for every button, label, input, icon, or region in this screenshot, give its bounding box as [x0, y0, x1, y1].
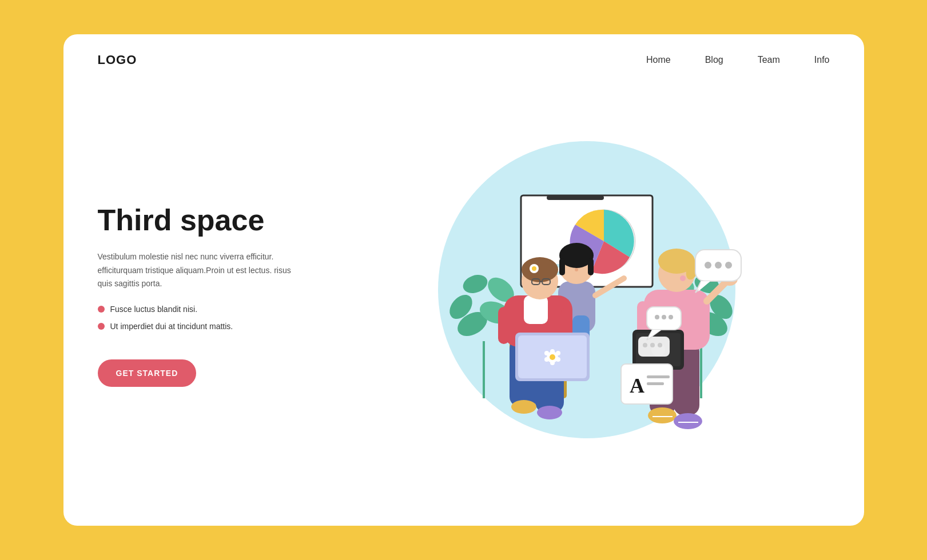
illustration-section: A: [344, 113, 830, 467]
svg-point-86: [705, 262, 711, 269]
letter-card: A: [621, 364, 673, 404]
header: LOGO Home Blog Team Info: [63, 34, 864, 77]
navigation: Home Blog Team Info: [646, 55, 830, 65]
svg-point-81: [650, 343, 655, 347]
svg-rect-15: [547, 195, 604, 200]
nav-blog[interactable]: Blog: [705, 55, 723, 65]
svg-point-43: [532, 266, 536, 271]
svg-point-94: [669, 315, 673, 319]
bullet-list: Fusce luctus blandit nisi. Ut imperdiet …: [98, 305, 344, 339]
bullet-item-1: Fusce luctus blandit nisi.: [98, 305, 344, 314]
svg-point-63: [648, 407, 677, 423]
svg-point-37: [537, 406, 562, 419]
svg-point-59: [544, 357, 549, 362]
svg-point-80: [643, 343, 647, 347]
svg-rect-24: [559, 258, 565, 275]
svg-point-54: [550, 354, 555, 360]
svg-point-71: [680, 275, 686, 281]
svg-point-57: [556, 357, 560, 362]
svg-rect-25: [588, 258, 594, 275]
svg-text:A: A: [630, 374, 644, 397]
left-section: Third space Vestibulum molestie nisl nec…: [98, 193, 344, 387]
landing-card: LOGO Home Blog Team Info Third space Ves…: [63, 34, 864, 526]
svg-point-58: [550, 361, 555, 365]
svg-point-56: [556, 351, 560, 355]
svg-point-60: [544, 351, 549, 355]
cta-button[interactable]: GET STARTED: [98, 359, 197, 387]
bullet-text-2: Ut imperdiet dui at tincidunt mattis.: [110, 322, 233, 331]
bullet-text-1: Fusce luctus blandit nisi.: [110, 305, 198, 314]
main-content: Third space Vestibulum molestie nisl nec…: [63, 77, 864, 526]
bullet-dot-2: [98, 323, 105, 330]
svg-point-36: [511, 400, 536, 414]
svg-point-55: [550, 349, 555, 354]
svg-point-93: [662, 315, 666, 319]
svg-rect-47: [498, 307, 510, 344]
svg-point-87: [715, 262, 722, 269]
nav-team[interactable]: Team: [758, 55, 780, 65]
nav-info[interactable]: Info: [814, 55, 830, 65]
description-text: Vestibulum molestie nisl nec nunc viverr…: [98, 250, 292, 291]
svg-point-92: [655, 315, 659, 319]
svg-rect-98: [647, 382, 664, 385]
bullet-item-2: Ut imperdiet dui at tincidunt mattis.: [98, 322, 344, 331]
nav-home[interactable]: Home: [646, 55, 671, 65]
svg-point-64: [674, 413, 702, 429]
svg-point-82: [658, 343, 662, 347]
svg-point-5: [460, 271, 490, 296]
bullet-dot-1: [98, 306, 105, 313]
svg-point-88: [725, 262, 732, 269]
page-heading: Third space: [98, 204, 344, 237]
illustration: A: [409, 113, 764, 467]
svg-point-26: [575, 268, 578, 271]
svg-rect-39: [524, 295, 548, 324]
svg-rect-97: [647, 375, 670, 378]
svg-point-41: [522, 257, 558, 282]
logo: LOGO: [98, 53, 137, 67]
